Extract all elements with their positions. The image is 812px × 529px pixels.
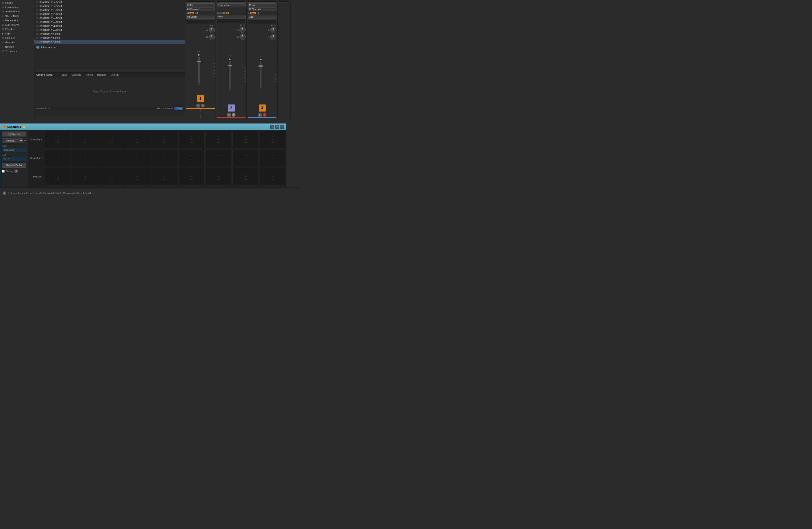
status-dot xyxy=(2,125,5,128)
send-b-knob[interactable] xyxy=(270,34,276,40)
sidebar-item-midi-effects[interactable]: ≡ MIDI Effects xyxy=(0,14,34,18)
knob-cell[interactable]: --- --- --- xyxy=(179,149,205,167)
sidebar-item-instruments[interactable]: ⊙ Instruments xyxy=(0,5,34,9)
sidebar-item-samples[interactable]: ⊟ Samples xyxy=(0,36,34,40)
file-item[interactable]: ⊟ Knobbler4-v14.amxd xyxy=(34,12,185,16)
knob-cell[interactable]: --- --- --- xyxy=(125,149,151,167)
knob-cell[interactable]: --- --- --- xyxy=(205,131,232,148)
knob-cell[interactable]: --- --- --- xyxy=(259,168,285,185)
knobbler-btn-3[interactable]: ✕ xyxy=(280,125,284,129)
file-item[interactable]: ⊟ Knobbler4-v16.amxd xyxy=(34,4,185,8)
knob-cell[interactable]: --- --- --- xyxy=(152,131,178,148)
knob-cell[interactable]: --- --- --- xyxy=(179,131,205,148)
solo-button[interactable]: S xyxy=(196,104,200,108)
knobbler-grid: Knobbler 1 --- --- --- --- --- --- --- -… xyxy=(28,130,286,187)
host-value[interactable]: ipad.local. xyxy=(2,148,26,152)
knob-cell[interactable]: --- --- --- xyxy=(232,149,258,167)
file-icon: ⊟ xyxy=(37,41,38,43)
send-a-knob[interactable] xyxy=(240,27,246,33)
file-item[interactable]: ⊟ Knobbler4-v17.amxd xyxy=(34,0,185,4)
knob-cell[interactable]: --- --- --- xyxy=(44,131,70,148)
track-input-select[interactable]: All Ins xyxy=(248,3,276,7)
knob-cell[interactable]: --- --- --- xyxy=(98,168,124,185)
knob-cell[interactable]: --- --- --- xyxy=(152,149,178,167)
track-play-button[interactable]: ▶ xyxy=(259,58,262,61)
knob-cell[interactable]: --- --- --- xyxy=(44,168,70,185)
sidebar-item-modulators[interactable]: ∿ Modulators xyxy=(0,18,34,23)
groove-pool-header: Groove Name | Base Quantize Timing Rando… xyxy=(34,72,185,77)
global-amount-badge[interactable]: 100% xyxy=(174,107,183,110)
status-icon xyxy=(37,46,40,49)
file-item[interactable]: ⊟ Knobbler4-v9.amxd xyxy=(34,32,185,36)
knob-cell[interactable]: --- --- --- xyxy=(179,168,205,185)
knob-cell[interactable]: --- --- --- xyxy=(125,168,151,185)
knobbler-btn-2[interactable]: ↺ xyxy=(275,125,279,129)
knobbler-titlebar[interactable]: Knobbler4 🖐 ⊟ ↺ ✕ xyxy=(0,124,286,130)
knobbler-content: Rescan Net Knobbler... ▼ Host ipad.local… xyxy=(0,130,286,187)
track-color-bar xyxy=(248,117,276,118)
knob-cell[interactable]: --- --- --- xyxy=(205,168,232,185)
debug-checkbox[interactable] xyxy=(2,170,5,173)
status-bar: ℹ Latency: 0 samples --- /Users/zs/dev/m… xyxy=(0,187,301,198)
knob-cell[interactable]: --- --- --- xyxy=(71,168,97,185)
file-item[interactable]: ⊟ Knobbler4-v8.amxd xyxy=(34,36,185,40)
knobbler-btn-1[interactable]: ⊟ xyxy=(270,125,274,129)
monitor-button[interactable] xyxy=(232,113,235,117)
grooves-icon: ∿ xyxy=(2,41,4,44)
track-output-select[interactable]: Main xyxy=(248,15,276,19)
sidebar-item-plugins[interactable]: ⊞ Plug-Ins xyxy=(0,27,34,31)
file-item-selected[interactable]: ⊟ Knobbler4-v7.amxd xyxy=(34,40,185,44)
sidebar-item-templates[interactable]: ⊟ Templates xyxy=(0,49,34,53)
arm-button[interactable] xyxy=(201,104,205,108)
max-for-live-icon: ⊡ xyxy=(2,24,4,26)
knob-cell[interactable]: --- --- --- xyxy=(98,131,124,148)
sidebar-item-audio-effects[interactable]: ≋ Audio Effects xyxy=(0,9,34,14)
help-button[interactable]: ? xyxy=(14,170,18,173)
knob-cell[interactable]: --- --- --- xyxy=(205,149,232,167)
track-play-button[interactable]: ▶ xyxy=(228,57,232,61)
knob-cell[interactable]: --- --- --- xyxy=(232,131,258,148)
port-value[interactable]: 2347 xyxy=(2,157,26,161)
arm-button[interactable] xyxy=(263,113,266,117)
send-a-knob[interactable] xyxy=(270,27,276,33)
track-mini-bar xyxy=(217,1,246,3)
knob-cell[interactable]: --- --- --- xyxy=(71,149,97,167)
send-a-knob[interactable] xyxy=(208,27,215,33)
file-item[interactable]: ⊟ Knobbler4-v10.amxd xyxy=(34,28,185,32)
track-output-select[interactable]: Main xyxy=(217,15,246,18)
sidebar-item-tunings[interactable]: ≡ Tunings xyxy=(0,44,34,49)
knob-cell[interactable]: --- --- --- xyxy=(259,131,285,148)
knob-cell[interactable]: --- --- --- xyxy=(98,149,124,167)
track-channels-select[interactable]: All Channels xyxy=(186,8,215,11)
sidebar-item-clips[interactable]: ▶ Clips xyxy=(0,31,34,36)
send-b-knob[interactable] xyxy=(208,34,215,40)
track-channel-1: All Ins All Channels In Auto Off No Outp… xyxy=(185,0,216,119)
left-sidebar: ⊟ Drums ⊙ Instruments ≋ Audio Effects ≡ … xyxy=(0,0,34,119)
track-play-button[interactable]: ▶ xyxy=(197,53,201,56)
knob-cell[interactable]: --- --- --- xyxy=(232,168,258,185)
knob-cell[interactable]: --- --- --- xyxy=(152,168,178,185)
knob-cell[interactable]: --- --- --- xyxy=(125,131,151,148)
file-item[interactable]: ⊟ Knobbler4-v13.amxd xyxy=(34,16,185,20)
refresh-tablet-button[interactable]: Refresh Tablet xyxy=(2,163,26,168)
rescan-net-button[interactable]: Rescan Net xyxy=(2,132,26,137)
solo-button[interactable]: S xyxy=(258,113,262,117)
solo-button[interactable]: S xyxy=(227,113,231,117)
send-b-knob[interactable] xyxy=(240,34,246,40)
sidebar-item-grooves[interactable]: ∿ Grooves xyxy=(0,40,34,44)
file-item[interactable]: ⊟ Knobbler4-v11.amxd xyxy=(34,24,185,28)
track-channel-3: All Ins All Channels In Auto Off Main Se… xyxy=(247,0,278,119)
sidebar-item-drums[interactable]: ⊟ Drums xyxy=(0,0,34,5)
knob-cell[interactable]: --- --- --- xyxy=(259,149,285,167)
file-item[interactable]: ⊟ Knobbler4-v12.amxd xyxy=(34,20,185,24)
track-channels-select[interactable]: All Channels xyxy=(248,8,276,11)
track-output-select[interactable]: No Output xyxy=(186,15,215,19)
track-input-select[interactable]: All Ins xyxy=(186,3,215,7)
track-meter xyxy=(217,19,246,24)
knob-cell[interactable]: --- --- --- xyxy=(44,149,70,167)
track-input-select[interactable]: Resampling xyxy=(217,3,246,7)
sidebar-item-max-for-live[interactable]: ⊡ Max for Live xyxy=(0,23,34,27)
device-select[interactable]: Knobbler... xyxy=(2,138,23,143)
file-item[interactable]: ⊟ Knobbler4-v15.amxd xyxy=(34,8,185,12)
knob-cell[interactable]: --- --- --- xyxy=(71,131,97,148)
